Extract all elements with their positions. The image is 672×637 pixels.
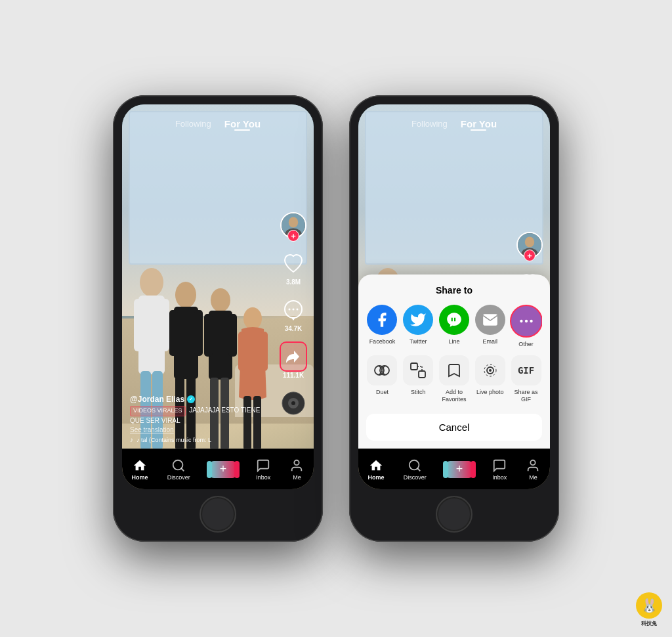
- svg-rect-66: [411, 363, 417, 370]
- inbox-icon: [256, 458, 270, 473]
- share-item-email[interactable]: Email: [474, 305, 506, 348]
- nav-me[interactable]: Me: [289, 458, 304, 481]
- svg-point-64: [375, 366, 384, 375]
- duet-icon: [367, 355, 397, 385]
- avatar-action[interactable]: +: [280, 211, 307, 239]
- watermark-icon: 🐰: [636, 592, 662, 619]
- share-label-livephoto: Live photo: [476, 389, 504, 396]
- share-count: 111.1K: [283, 372, 304, 379]
- bottom-nav-right: Home Discover +: [358, 449, 550, 489]
- follow-plus-icon[interactable]: +: [287, 230, 299, 242]
- share-row-2: Duet St: [366, 355, 542, 403]
- stitch-icon: [403, 355, 433, 385]
- share-label-twitter: Twitter: [410, 338, 427, 345]
- discover-icon: [171, 458, 186, 473]
- svg-point-0: [140, 268, 163, 297]
- like-action[interactable]: 3.8M: [280, 250, 307, 286]
- add-button[interactable]: +: [209, 461, 237, 478]
- share-label-favorites: Add to Favorites: [438, 389, 471, 403]
- comment-count: 34.7K: [285, 325, 303, 332]
- svg-point-27: [289, 309, 291, 311]
- svg-point-62: [524, 319, 527, 322]
- nav-following-right[interactable]: Following: [411, 119, 448, 129]
- nav-add[interactable]: +: [209, 461, 237, 478]
- svg-rect-67: [419, 371, 425, 378]
- music-disc-container: [280, 389, 307, 417]
- share-label-email: Email: [483, 338, 498, 345]
- facebook-icon: [367, 305, 397, 335]
- nav-home[interactable]: Home: [132, 458, 148, 481]
- svg-point-34: [295, 460, 299, 464]
- cancel-button[interactable]: Cancel: [366, 414, 542, 441]
- svg-point-32: [291, 401, 295, 405]
- comment-action[interactable]: 34.7K: [280, 296, 307, 332]
- nav-underline-left: [234, 129, 250, 131]
- share-item-other[interactable]: Other: [510, 305, 542, 348]
- gif-icon: GIF: [511, 355, 541, 385]
- phone-right-screen: Following For You: [358, 104, 550, 489]
- phone-left-home-button[interactable]: [200, 496, 236, 533]
- share-sheet-title: Share to: [366, 285, 542, 296]
- nav-inbox-label: Inbox: [256, 474, 270, 481]
- svg-point-63: [530, 319, 532, 322]
- nav-me-right[interactable]: Me: [526, 458, 540, 481]
- like-icon-container: [280, 250, 307, 277]
- music-action[interactable]: [280, 389, 307, 417]
- music-disc-icon: [282, 391, 305, 415]
- video-background: Following For You: [122, 104, 314, 489]
- page-wrapper: Following For You: [0, 0, 672, 637]
- svg-point-65: [380, 366, 389, 375]
- see-translation[interactable]: See translation: [130, 426, 274, 433]
- home-icon-right: [369, 458, 383, 473]
- nav-home-right[interactable]: Home: [368, 458, 385, 481]
- svg-point-6: [175, 282, 196, 308]
- watermark-text: 科技兔: [641, 620, 657, 627]
- nav-discover[interactable]: Discover: [167, 458, 190, 481]
- share-arrow-icon: [285, 349, 301, 364]
- share-item-duet[interactable]: Duet: [366, 355, 398, 403]
- share-item-facebook[interactable]: Facebook: [366, 305, 398, 348]
- verified-badge: ✓: [187, 395, 195, 403]
- share-item-favorites[interactable]: Add to Favorites: [438, 355, 471, 403]
- share-label-duet: Duet: [376, 389, 388, 396]
- avatar-icon-container: +: [280, 211, 307, 239]
- phone-right-home-button[interactable]: [436, 496, 472, 533]
- svg-point-12: [211, 288, 230, 312]
- share-item-stitch[interactable]: Stitch: [402, 355, 434, 403]
- share-label-gif: Share as GIF: [510, 389, 542, 403]
- share-item-livephoto[interactable]: Live photo: [474, 355, 506, 403]
- nav-foryou-left[interactable]: For You: [224, 118, 261, 129]
- svg-rect-20: [261, 332, 268, 371]
- comment-icon-container: [280, 296, 307, 324]
- music-note-icon: ♪: [130, 436, 133, 443]
- me-icon-right: [526, 458, 540, 473]
- svg-point-24: [289, 217, 298, 227]
- inbox-icon-right: [492, 458, 507, 473]
- livephoto-icon: [475, 355, 505, 385]
- comment-icon: [282, 299, 304, 321]
- nav-foryou-right[interactable]: For You: [461, 118, 497, 129]
- nav-following-left[interactable]: Following: [175, 119, 211, 129]
- other-icon: [510, 305, 542, 338]
- share-sheet: Share to Facebook: [358, 275, 550, 449]
- top-nav-left: Following For You: [122, 104, 314, 137]
- share-action[interactable]: 111.1K: [280, 343, 307, 379]
- nav-discover-right[interactable]: Discover: [404, 458, 427, 481]
- me-icon: [289, 458, 304, 473]
- phone-right: Following For You: [349, 95, 559, 542]
- nav-me-label-right: Me: [529, 474, 537, 481]
- nav-inbox-right[interactable]: Inbox: [492, 458, 507, 481]
- share-label-line: Line: [448, 338, 459, 345]
- nav-add-right[interactable]: +: [446, 461, 473, 478]
- svg-point-61: [520, 319, 522, 322]
- email-icon: [475, 305, 505, 335]
- svg-point-74: [531, 460, 536, 464]
- nav-home-label: Home: [132, 474, 148, 481]
- follow-plus-icon-right[interactable]: +: [524, 250, 536, 261]
- share-item-gif[interactable]: GIF Share as GIF: [510, 355, 542, 403]
- share-item-twitter[interactable]: Twitter: [402, 305, 434, 348]
- nav-inbox[interactable]: Inbox: [256, 458, 270, 481]
- add-button-right[interactable]: +: [446, 461, 473, 478]
- avatar-action-right[interactable]: +: [516, 231, 543, 259]
- share-item-line[interactable]: Line: [438, 305, 471, 348]
